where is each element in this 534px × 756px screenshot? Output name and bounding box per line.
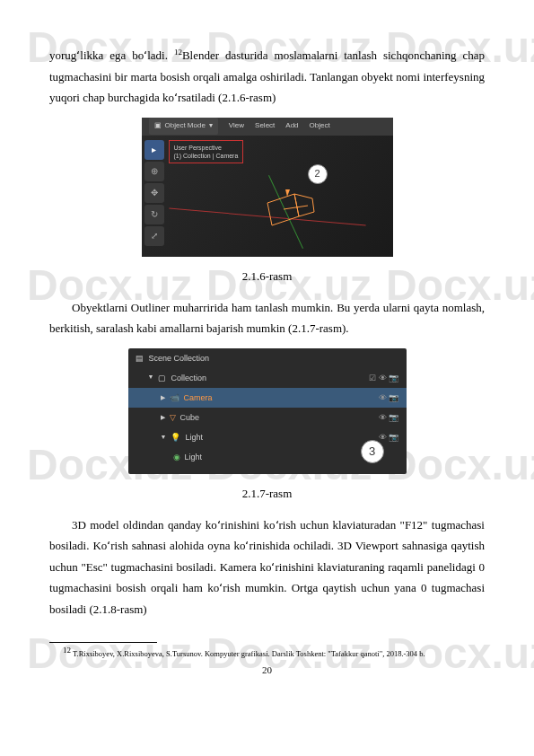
page-content: yorugʻlikka ega boʻladi. 12Blender dastu… bbox=[0, 0, 534, 698]
outliner-camera: ▶ 📹 Camera 👁 📷 bbox=[128, 388, 407, 408]
camera-object-icon bbox=[258, 189, 321, 234]
screenshot-blender-outliner: ▤ Scene Collection ▼ ▢ Collection ☑ 👁 📷 … bbox=[128, 348, 407, 474]
light-label: Light bbox=[185, 430, 203, 444]
footnote-ref: 12 bbox=[174, 48, 182, 57]
cursor-tool-icon: ⊕ bbox=[144, 162, 164, 181]
selection-overlay: User Perspective (1) Collection | Camera bbox=[169, 140, 244, 163]
rotate-tool-icon: ↻ bbox=[144, 205, 164, 224]
page-number: 20 bbox=[49, 662, 485, 680]
menu-select: Select bbox=[255, 119, 275, 132]
scale-tool-icon: ⤢ bbox=[144, 226, 164, 246]
outliner-cube: ▶ ▽ Cube 👁 📷 bbox=[128, 408, 407, 427]
scene-label: Scene Collection bbox=[149, 351, 210, 365]
move-tool-icon: ✥ bbox=[144, 183, 164, 203]
visibility-icons: 👁 📷 bbox=[379, 430, 399, 444]
caption-2: 2.1.7-rasm bbox=[49, 483, 485, 504]
overlay-line2: (1) Collection | Camera bbox=[174, 152, 239, 160]
screenshot-blender-viewport: ▣ Object Mode ▾ View Select Add Object ▸… bbox=[142, 118, 393, 257]
scene-icon: ▤ bbox=[136, 351, 144, 365]
cube-icon: ▣ bbox=[154, 119, 162, 132]
cube-label: Cube bbox=[180, 410, 200, 425]
caption-1: 2.1.6-rasm bbox=[49, 266, 485, 286]
select-tool-icon: ▸ bbox=[144, 140, 164, 160]
mode-label: Object Mode bbox=[165, 119, 206, 132]
visibility-icons: ☑ 👁 📷 bbox=[369, 371, 398, 385]
chevron-down-icon: ▾ bbox=[209, 119, 213, 132]
collection-label: Collection bbox=[171, 371, 206, 385]
overlay-line1: User Perspective bbox=[174, 144, 239, 152]
callout-marker-2: 2 bbox=[308, 164, 328, 184]
paragraph-1: yorugʻlikka ega boʻladi. 12Blender dastu… bbox=[49, 45, 485, 109]
light-icon: 💡 bbox=[171, 430, 180, 444]
callout-marker-3: 3 bbox=[361, 440, 384, 463]
visibility-icons: 👁 📷 bbox=[379, 391, 399, 405]
expand-icon: ▼ bbox=[161, 432, 167, 444]
outliner-header: ▤ Scene Collection bbox=[128, 348, 407, 368]
mode-dropdown: ▣ Object Mode ▾ bbox=[149, 118, 218, 134]
expand-icon: ▶ bbox=[161, 412, 165, 424]
footnote-body: T.Rixsiboyev, X.Rixsiboyeva, S.Tursunov.… bbox=[71, 649, 425, 658]
tool-sidebar: ▸ ⊕ ✥ ↻ ⤢ bbox=[144, 140, 164, 246]
viewport-3d: ▸ ⊕ ✥ ↻ ⤢ User Perspective (1) Collectio… bbox=[142, 136, 393, 257]
para1-text-a: yorugʻlikka ega boʻladi. bbox=[49, 48, 174, 62]
menu-object: Object bbox=[310, 119, 330, 132]
paragraph-2: Obyektlarni Outliner muharririda ham tan… bbox=[49, 297, 485, 339]
svg-marker-1 bbox=[294, 194, 314, 216]
expand-icon: ▼ bbox=[148, 372, 154, 383]
expand-icon: ▶ bbox=[161, 392, 165, 404]
menu-view: View bbox=[229, 119, 244, 132]
svg-marker-0 bbox=[267, 194, 299, 225]
visibility-icons: 👁 📷 bbox=[379, 410, 399, 425]
mesh-icon: ▽ bbox=[170, 410, 176, 425]
light-data-icon: ◉ bbox=[173, 450, 180, 464]
svg-line-2 bbox=[284, 206, 308, 209]
footnote-separator bbox=[49, 642, 157, 643]
camera-icon: 📹 bbox=[170, 391, 179, 405]
light-data-label: Light bbox=[185, 450, 203, 464]
paragraph-3: 3D model oldindan qanday koʻrinishini ko… bbox=[49, 514, 485, 620]
footnote-text: 12 T.Rixsiboyev, X.Rixsiboyeva, S.Tursun… bbox=[49, 646, 485, 659]
collection-icon: ▢ bbox=[158, 371, 166, 385]
footnote-number: 12 bbox=[63, 646, 71, 655]
menu-add: Add bbox=[285, 119, 298, 132]
blender-toolbar: ▣ Object Mode ▾ View Select Add Object bbox=[142, 118, 393, 136]
outliner-collection: ▼ ▢ Collection ☑ 👁 📷 bbox=[128, 368, 407, 388]
camera-label: Camera bbox=[184, 391, 213, 405]
